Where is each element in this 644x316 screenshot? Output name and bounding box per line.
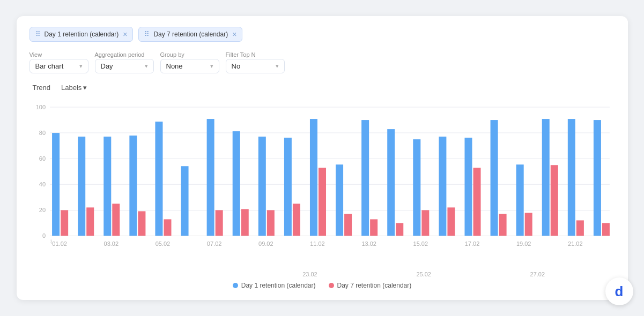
bar <box>550 165 558 236</box>
bar <box>473 168 480 236</box>
svg-text:100: 100 <box>35 104 45 110</box>
bar <box>602 223 609 236</box>
bar <box>309 119 317 236</box>
legend-item-day7: Day 7 retention (calendar) <box>329 282 412 289</box>
svg-text:05.02: 05.02 <box>155 240 170 246</box>
logo-letter: d <box>615 283 624 300</box>
bar <box>370 219 377 236</box>
chart-toolbar: Trend Labels ▾ <box>29 82 615 93</box>
svg-text:09.02: 09.02 <box>258 240 273 246</box>
svg-text:80: 80 <box>39 130 45 136</box>
groupby-chevron: ▾ <box>210 63 213 70</box>
filtertopn-chevron: ▾ <box>276 63 279 70</box>
aggregation-label: Aggregation period <box>95 51 154 58</box>
view-chevron: ▾ <box>79 63 83 70</box>
bar <box>61 210 68 236</box>
groupby-label: Group by <box>160 51 219 58</box>
bar <box>206 119 214 236</box>
svg-text:01.02: 01.02 <box>52 240 67 246</box>
bar <box>567 119 575 236</box>
bar <box>129 136 137 236</box>
controls-row: View Bar chart ▾ Aggregation period Day … <box>29 51 615 73</box>
legend-dot-day1 <box>233 283 238 288</box>
tag-day7[interactable]: ⠿ Day 7 retention (calendar) × <box>138 27 242 42</box>
filtertopn-control: Filter Top N No ▾ <box>226 51 285 73</box>
chart-legend: Day 1 retention (calendar) Day 7 retenti… <box>29 282 615 289</box>
legend-item-day1: Day 1 retention (calendar) <box>233 282 316 289</box>
bar <box>516 164 523 236</box>
bar <box>292 204 300 236</box>
bar <box>138 211 145 236</box>
bar <box>396 223 403 236</box>
bar <box>447 207 455 236</box>
aggregation-select[interactable]: Day ▾ <box>95 59 154 73</box>
tag-day1-icon: ⠿ <box>35 30 41 38</box>
svg-text:20: 20 <box>39 207 45 213</box>
bar <box>241 209 248 236</box>
bar <box>421 210 429 236</box>
bar <box>155 122 162 236</box>
view-control: View Bar chart ▾ <box>29 51 88 73</box>
bar <box>361 120 369 236</box>
svg-text:0: 0 <box>42 232 45 239</box>
aggregation-chevron: ▾ <box>145 63 148 70</box>
tag-day7-icon: ⠿ <box>144 30 150 38</box>
bar <box>181 166 188 236</box>
trend-button[interactable]: Trend <box>29 82 54 93</box>
bar <box>413 139 420 236</box>
bar <box>499 214 506 236</box>
svg-text:13.02: 13.02 <box>361 240 376 246</box>
filtertopn-label: Filter Top N <box>226 51 285 58</box>
view-value: Bar chart <box>35 62 64 70</box>
bar <box>524 213 532 236</box>
bar <box>387 129 395 236</box>
svg-text:11.02: 11.02 <box>310 240 325 246</box>
bar <box>318 168 325 236</box>
bar <box>103 137 111 236</box>
groupby-select[interactable]: None ▾ <box>160 59 219 73</box>
svg-text:07.02: 07.02 <box>206 240 221 246</box>
x-label: 25.02 <box>416 271 431 277</box>
bar <box>336 164 343 236</box>
aggregation-value: Day <box>101 62 113 70</box>
bar <box>52 133 60 236</box>
legend-label-day7: Day 7 retention (calendar) <box>337 282 412 289</box>
tag-day1-close[interactable]: × <box>123 30 127 39</box>
svg-text:⌇: ⌇ <box>50 239 53 245</box>
labels-button[interactable]: Labels ▾ <box>58 82 90 93</box>
bar <box>258 137 265 236</box>
bar <box>284 138 291 236</box>
svg-text:03.02: 03.02 <box>103 240 119 246</box>
bar <box>78 137 85 236</box>
svg-text:40: 40 <box>39 181 45 187</box>
labels-chevron: ▾ <box>83 84 87 92</box>
view-select[interactable]: Bar chart ▾ <box>29 59 88 73</box>
x-label: 27.02 <box>530 271 545 277</box>
tag-day7-close[interactable]: × <box>232 30 236 39</box>
tags-row: ⠿ Day 1 retention (calendar) × ⠿ Day 7 r… <box>29 27 615 42</box>
tag-day1-label: Day 1 retention (calendar) <box>45 31 119 38</box>
legend-dot-day7 <box>329 283 334 288</box>
svg-text:19.02: 19.02 <box>516 240 531 246</box>
bar <box>267 210 274 236</box>
svg-text:17.02: 17.02 <box>464 240 479 246</box>
bar <box>232 131 240 236</box>
bar <box>464 138 472 236</box>
svg-text:21.02: 21.02 <box>568 240 583 246</box>
bar <box>344 214 352 236</box>
tag-day7-label: Day 7 retention (calendar) <box>153 31 228 38</box>
aggregation-control: Aggregation period Day ▾ <box>95 51 154 73</box>
svg-text:60: 60 <box>39 155 45 162</box>
groupby-control: Group by None ▾ <box>160 51 219 73</box>
bar <box>439 137 446 236</box>
labels-label: Labels <box>61 84 82 92</box>
legend-label-day1: Day 1 retention (calendar) <box>241 282 316 289</box>
bar-chart: 100 80 60 40 20 0 <box>29 96 615 274</box>
svg-text:15.02: 15.02 <box>413 240 428 246</box>
tag-day1[interactable]: ⠿ Day 1 retention (calendar) × <box>29 27 134 42</box>
bar <box>593 120 601 236</box>
logo-corner: d <box>605 277 633 305</box>
chart-container: 100 80 60 40 20 0 <box>29 96 615 278</box>
filtertopn-select[interactable]: No ▾ <box>226 59 285 73</box>
bar <box>490 120 498 236</box>
